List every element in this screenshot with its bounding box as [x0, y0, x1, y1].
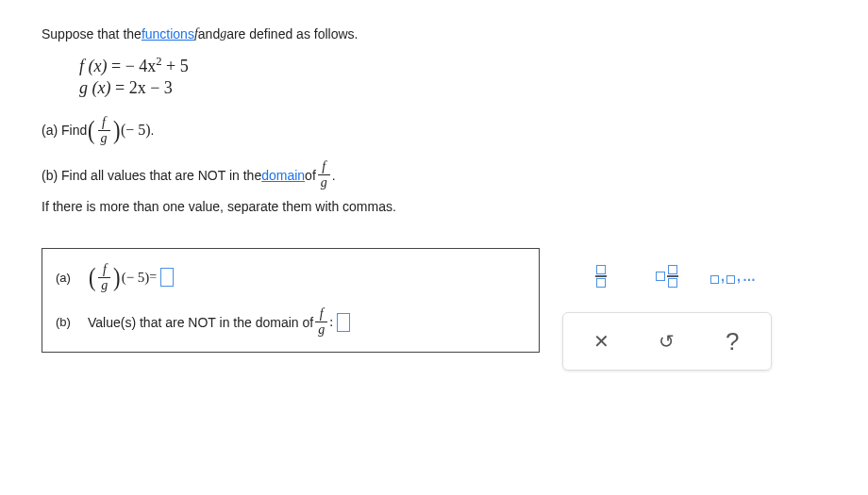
functions-link[interactable]: functions: [142, 26, 194, 41]
close-icon: ✕: [593, 330, 609, 353]
fraction-fg: f g: [98, 116, 110, 145]
reset-button[interactable]: ↺: [639, 322, 695, 360]
g-lhs: g (x): [79, 78, 110, 97]
clear-button[interactable]: ✕: [574, 322, 630, 360]
mixed-number-template-button[interactable]: [639, 257, 695, 295]
list-template-button[interactable]: ,,…: [705, 257, 761, 295]
part-b-line1: (b) Find all values that are NOT in the …: [42, 160, 826, 190]
answer-input-b[interactable]: [337, 313, 350, 332]
intro-pre: Suppose that the: [42, 26, 142, 41]
g-var: g: [220, 26, 226, 41]
part-b-line2: If there is more than one value, separat…: [42, 199, 826, 214]
fraction-template-button[interactable]: [573, 257, 629, 295]
answer-box: (a) ( f g ) (− 5) = (b) Value(s) that ar…: [42, 248, 540, 353]
intro-line: Suppose that the functions f and g are d…: [42, 26, 826, 41]
answer-row-a: (a) ( f g ) (− 5) =: [56, 262, 526, 292]
domain-link[interactable]: domain: [261, 168, 305, 183]
tool-panel: ,,… ✕ ↺ ?: [562, 248, 772, 371]
equation-block: f (x) = − 4x2 + 5 g (x) = 2x − 3: [79, 55, 826, 98]
tool-row-templates: ,,…: [562, 248, 772, 305]
tool-row-actions: ✕ ↺ ?: [562, 312, 772, 371]
reset-icon: ↺: [659, 330, 675, 353]
part-a-prompt: (a) Find ( f g ) (− 5) .: [42, 115, 826, 145]
help-button[interactable]: ?: [704, 322, 760, 360]
fraction-fg-b: f g: [318, 160, 330, 190]
help-icon: ?: [726, 327, 739, 356]
f-lhs: f (x): [79, 57, 107, 75]
answer-input-a[interactable]: [160, 268, 174, 287]
answer-row-b: (b) Value(s) that are NOT in the domain …: [56, 307, 526, 337]
